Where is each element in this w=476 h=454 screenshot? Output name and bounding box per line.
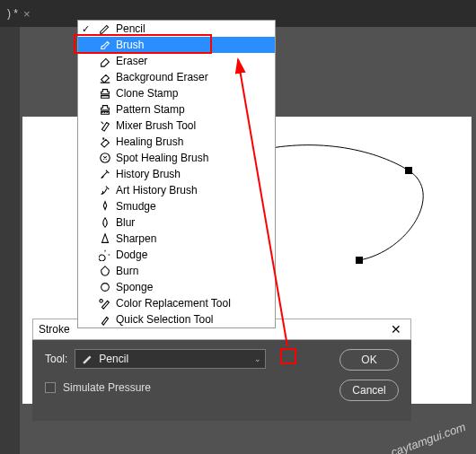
menu-item-sharpen[interactable]: Sharpen	[78, 231, 275, 247]
tool-dropdown-menu[interactable]: ✓PencilBrushEraserBackground EraserClone…	[77, 20, 276, 328]
dodge-icon	[98, 249, 112, 261]
menu-item-label: Healing Brush	[116, 135, 183, 148]
menu-item-history-brush[interactable]: History Brush	[78, 166, 275, 182]
tool-dropdown[interactable]: Pencil ⌄	[75, 349, 266, 369]
tools-panel	[0, 27, 20, 454]
menu-item-label: Burn	[116, 265, 138, 277]
dialog-title: Stroke	[39, 323, 70, 336]
stamp-icon	[98, 87, 112, 100]
close-icon[interactable]: ✕	[387, 322, 405, 336]
ok-button[interactable]: OK	[339, 349, 399, 371]
menu-item-pencil[interactable]: ✓Pencil	[78, 21, 275, 37]
menu-item-quick-selection-tool[interactable]: Quick Selection Tool	[78, 311, 275, 327]
menu-item-label: Pattern Stamp	[116, 103, 185, 116]
menu-item-label: Brush	[116, 39, 144, 51]
menu-item-color-replacement-tool[interactable]: Color Replacement Tool	[78, 295, 275, 311]
stroke-path-dialog: Stroke ✕ Tool: Pencil ⌄ Simulate Pressur…	[32, 319, 411, 421]
history-icon	[98, 168, 112, 180]
mixer-icon	[98, 119, 112, 132]
heal-icon	[98, 135, 112, 148]
menu-item-dodge[interactable]: Dodge	[78, 247, 275, 263]
pencil-icon	[81, 353, 95, 365]
cancel-button[interactable]: Cancel	[339, 380, 399, 401]
menu-item-label: Smudge	[116, 200, 156, 213]
menu-item-clone-stamp[interactable]: Clone Stamp	[78, 85, 275, 101]
menu-item-label: Quick Selection Tool	[116, 313, 214, 326]
quicksel-icon	[98, 313, 112, 326]
menu-item-label: Art History Brush	[116, 184, 198, 196]
menu-item-blur[interactable]: Blur	[78, 214, 275, 231]
menu-item-brush[interactable]: Brush	[78, 37, 275, 53]
check-icon: ✓	[82, 23, 90, 35]
tool-label: Tool:	[45, 353, 67, 365]
watermark: caytamgui.com	[389, 420, 467, 454]
menu-item-background-eraser[interactable]: Background Eraser	[78, 69, 275, 85]
simulate-pressure-label: Simulate Pressure	[63, 381, 151, 394]
tool-value: Pencil	[99, 353, 128, 365]
colorrep-icon	[98, 297, 112, 310]
menu-item-spot-healing-brush[interactable]: Spot Healing Brush	[78, 150, 275, 166]
menu-item-mixer-brush-tool[interactable]: Mixer Brush Tool	[78, 118, 275, 134]
tab-title: ) *	[7, 7, 18, 20]
menu-item-label: Sponge	[116, 281, 153, 293]
menu-item-label: Dodge	[116, 249, 147, 261]
blur-icon	[98, 216, 112, 229]
menu-item-sponge[interactable]: Sponge	[78, 279, 275, 295]
menu-item-label: Color Replacement Tool	[116, 297, 231, 310]
chevron-down-icon: ⌄	[254, 354, 261, 363]
sponge-icon	[98, 281, 112, 293]
menu-item-label: Blur	[116, 216, 135, 229]
eraser-icon	[98, 55, 112, 67]
simulate-pressure-checkbox[interactable]	[45, 382, 56, 393]
menu-item-label: Eraser	[116, 55, 147, 67]
pencil-icon	[98, 22, 112, 35]
menu-item-label: Spot Healing Brush	[116, 152, 208, 164]
menu-item-art-history-brush[interactable]: Art History Brush	[78, 182, 275, 198]
smudge-icon	[98, 200, 112, 213]
menu-item-smudge[interactable]: Smudge	[78, 198, 275, 214]
close-icon[interactable]: ×	[23, 7, 31, 21]
brush-icon	[98, 39, 112, 51]
menu-item-pattern-stamp[interactable]: Pattern Stamp	[78, 101, 275, 118]
menu-item-healing-brush[interactable]: Healing Brush	[78, 134, 275, 150]
bgerase-icon	[98, 71, 112, 83]
menu-item-label: Pencil	[116, 22, 145, 35]
menu-item-label: Clone Stamp	[116, 87, 178, 100]
arthist-icon	[98, 184, 112, 196]
menu-item-label: History Brush	[116, 168, 181, 180]
burn-icon	[98, 265, 112, 277]
menu-item-eraser[interactable]: Eraser	[78, 53, 275, 69]
spotheal-icon	[98, 152, 112, 164]
menu-item-label: Mixer Brush Tool	[116, 119, 196, 132]
menu-item-label: Background Eraser	[116, 71, 208, 83]
menu-item-burn[interactable]: Burn	[78, 263, 275, 279]
menu-item-label: Sharpen	[116, 232, 156, 245]
pattern-icon	[98, 103, 112, 116]
sharpen-icon	[98, 232, 112, 245]
